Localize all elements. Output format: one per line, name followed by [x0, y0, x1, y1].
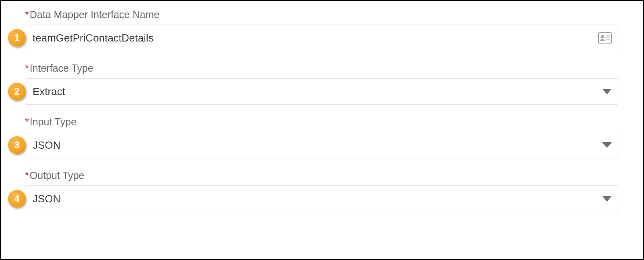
interface-type-select[interactable]: Extract: [25, 78, 619, 105]
field-input-type: *Input Type 3 JSON: [25, 116, 619, 158]
callout-badge-3: 3: [8, 136, 26, 154]
label-input-type: *Input Type: [25, 116, 619, 128]
data-mapper-name-input[interactable]: [25, 25, 619, 51]
label-text: Interface Type: [30, 62, 93, 74]
field-output-type: *Output Type 4 JSON: [25, 170, 619, 212]
input-wrap-input-type: 3 JSON: [25, 132, 619, 158]
callout-badge-1: 1: [8, 29, 26, 47]
input-wrap-output-type: 4 JSON: [25, 185, 619, 212]
required-asterisk: *: [25, 116, 29, 127]
required-asterisk: *: [25, 170, 29, 181]
callout-badge-4: 4: [8, 190, 26, 208]
form-frame: *Data Mapper Interface Name 1 *Interface…: [0, 0, 644, 260]
output-type-select[interactable]: JSON: [25, 185, 619, 212]
label-data-mapper-name: *Data Mapper Interface Name: [25, 9, 619, 21]
input-type-select[interactable]: JSON: [25, 132, 619, 158]
field-interface-type: *Interface Type 2 Extract: [25, 62, 619, 105]
label-interface-type: *Interface Type: [25, 62, 619, 74]
required-asterisk: *: [25, 62, 29, 74]
required-asterisk: *: [25, 9, 29, 20]
field-data-mapper-name: *Data Mapper Interface Name 1: [25, 9, 619, 51]
label-text: Input Type: [30, 116, 76, 127]
input-wrap-interface-type: 2 Extract: [25, 78, 619, 105]
callout-badge-2: 2: [8, 83, 26, 100]
input-wrap-name: 1: [25, 25, 619, 51]
label-text: Data Mapper Interface Name: [30, 9, 159, 20]
label-text: Output Type: [30, 170, 85, 181]
label-output-type: *Output Type: [25, 170, 619, 181]
